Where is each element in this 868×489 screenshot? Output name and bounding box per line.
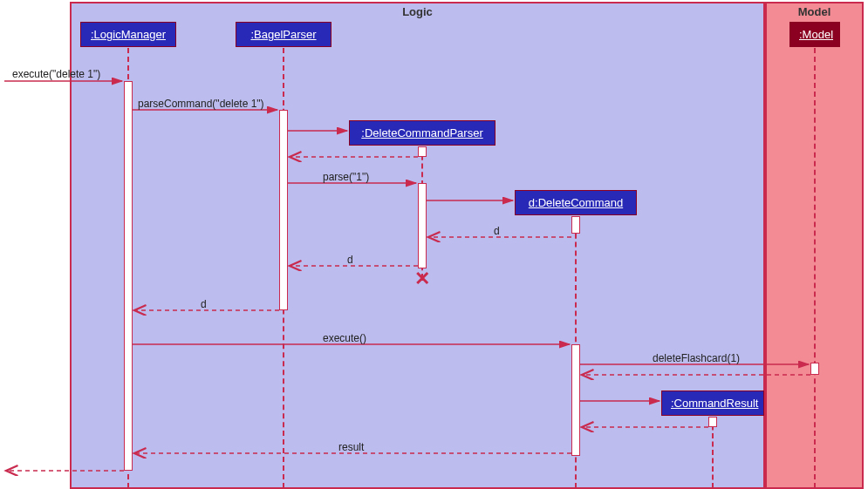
arrows-layer	[0, 0, 868, 489]
sequence-diagram: Logic Model :LogicManager :BagelParser :…	[0, 0, 868, 489]
msg-execute-call: execute()	[323, 332, 366, 344]
msg-parse: parse("1")	[323, 171, 369, 183]
msg-parse-command: parseCommand("delete 1")	[138, 98, 264, 110]
msg-return-d3: d	[201, 298, 207, 310]
msg-result: result	[338, 441, 364, 453]
msg-execute1: execute("delete 1")	[12, 68, 100, 80]
msg-return-d1: d	[494, 225, 500, 237]
msg-delete-flashcard: deleteFlashcard(1)	[653, 352, 740, 364]
msg-return-d2: d	[347, 254, 353, 266]
